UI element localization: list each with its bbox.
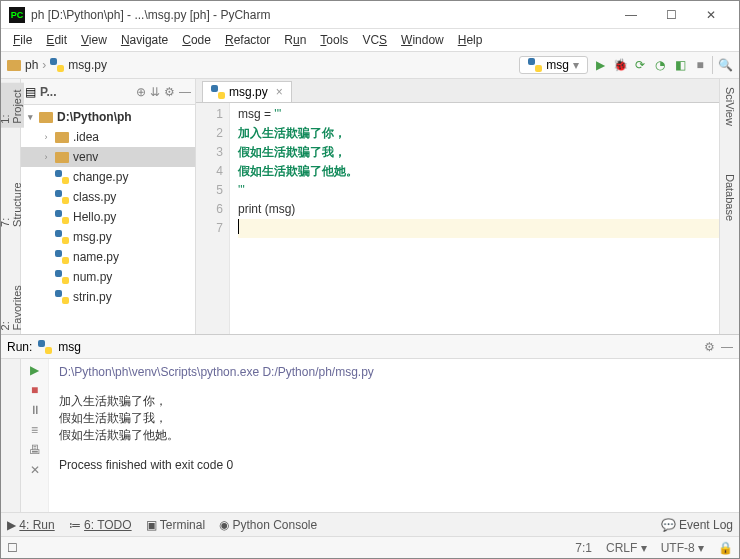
pycharm-icon: PC (9, 7, 25, 23)
up-stack-button[interactable]: ≡ (31, 423, 38, 437)
project-tree[interactable]: ▾ D:\Python\ph › .idea › venv change.py … (21, 105, 195, 334)
python-file-icon (38, 340, 52, 354)
project-panel-header: ▤ P... ⊕ ⇊ ⚙ ― (21, 79, 195, 105)
breadcrumb-root[interactable]: ph (25, 58, 38, 72)
menu-refactor[interactable]: Refactor (219, 31, 276, 49)
tool-python-console-tab[interactable]: ◉ Python Console (219, 518, 317, 532)
window-title: ph [D:\Python\ph] - ...\msg.py [ph] - Py… (31, 8, 611, 22)
menu-window[interactable]: Window (395, 31, 450, 49)
status-line-separator[interactable]: CRLF ▾ (606, 541, 647, 555)
breadcrumb-file[interactable]: msg.py (68, 58, 107, 72)
menu-file[interactable]: File (7, 31, 38, 49)
maximize-button[interactable]: ☐ (651, 1, 691, 29)
tool-project-tab[interactable]: 1: Project (0, 83, 24, 128)
navigation-bar: ph › msg.py msg ▾ ▶ 🐞 ⟳ ◔ ◧ ■ 🔍 (1, 51, 739, 79)
tree-file[interactable]: class.py (21, 187, 195, 207)
editor-tab-label: msg.py (229, 85, 268, 99)
menu-view[interactable]: View (75, 31, 113, 49)
tree-root[interactable]: ▾ D:\Python\ph (21, 107, 195, 127)
tool-database-tab[interactable]: Database (723, 170, 737, 225)
menu-tools[interactable]: Tools (314, 31, 354, 49)
code-text: ''' (274, 107, 281, 121)
tree-file[interactable]: name.py (21, 247, 195, 267)
folder-icon (55, 152, 69, 163)
hide-panel-icon[interactable]: ― (179, 85, 191, 99)
lock-icon[interactable]: 🔒 (718, 541, 733, 555)
code-editor[interactable]: 1234567 msg = ''' 加入生活欺骗了你， 假如生活欺骗了我， 假如… (196, 103, 719, 334)
chevron-right-icon: › (42, 58, 46, 72)
close-button[interactable]: ✕ (691, 1, 731, 29)
folder-icon (55, 132, 69, 143)
run-body: ▶ ■ ⏸ ≡ 🖶 ✕ D:\Python\ph\venv\Scripts\py… (1, 359, 739, 512)
chevron-down-icon[interactable]: ▾ (25, 112, 35, 122)
menu-vcs[interactable]: VCS (356, 31, 393, 49)
tree-file[interactable]: strin.py (21, 287, 195, 307)
python-file-icon (528, 58, 542, 72)
tree-root-label: D:\Python\ph (57, 110, 132, 124)
tree-file[interactable]: num.py (21, 267, 195, 287)
code-text: print (238, 202, 265, 216)
chevron-right-icon[interactable]: › (41, 152, 51, 162)
status-caret-position[interactable]: 7:1 (575, 541, 592, 555)
run-config-selector[interactable]: msg ▾ (519, 56, 588, 74)
profile-button[interactable]: ◔ (652, 57, 668, 73)
stop-button[interactable]: ■ (31, 383, 38, 397)
close-tab-icon[interactable]: × (276, 85, 283, 99)
run-button[interactable]: ▶ (592, 57, 608, 73)
output-line: 假如生活欺骗了他她。 (59, 427, 729, 444)
tree-file[interactable]: Hello.py (21, 207, 195, 227)
run-output[interactable]: D:\Python\ph\venv\Scripts\python.exe D:/… (49, 359, 739, 512)
exit-line: Process finished with exit code 0 (59, 458, 729, 472)
tree-file[interactable]: change.py (21, 167, 195, 187)
pause-button[interactable]: ⏸ (29, 403, 41, 417)
tool-terminal-tab[interactable]: ▣ Terminal (146, 518, 205, 532)
tool-favorites-tab[interactable]: 2: Favorites (0, 281, 24, 334)
tree-folder[interactable]: › .idea (21, 127, 195, 147)
editor-area: msg.py × 1234567 msg = ''' 加入生活欺骗了你， 假如生… (196, 79, 719, 334)
minimize-button[interactable]: ― (611, 1, 651, 29)
editor-tab-active[interactable]: msg.py × (202, 81, 292, 102)
code-text: ''' (238, 183, 245, 197)
concurrency-button[interactable]: ◧ (672, 57, 688, 73)
tool-run-tab[interactable]: ▶ 4: Run (7, 518, 55, 532)
debug-button[interactable]: 🐞 (612, 57, 628, 73)
menu-run[interactable]: Run (278, 31, 312, 49)
python-file-icon (55, 250, 69, 264)
print-button[interactable]: 🖶 (29, 443, 41, 457)
code-text: 加入生活欺骗了你， (238, 126, 346, 140)
menu-code[interactable]: Code (176, 31, 217, 49)
clear-button[interactable]: ✕ (30, 463, 40, 477)
output-line: 假如生活欺骗了我， (59, 410, 729, 427)
hide-panel-icon[interactable]: ― (721, 340, 733, 354)
python-file-icon (55, 170, 69, 184)
tool-structure-tab[interactable]: 7: Structure (0, 178, 24, 231)
collapse-all-icon[interactable]: ⇊ (150, 85, 160, 99)
chevron-right-icon[interactable]: › (41, 132, 51, 142)
project-combo-icon[interactable]: ▤ (25, 85, 36, 99)
run-command: D:\Python\ph\venv\Scripts\python.exe D:/… (59, 365, 729, 379)
rerun-button[interactable]: ▶ (30, 363, 39, 377)
tree-folder-selected[interactable]: › venv (21, 147, 195, 167)
tool-sciview-tab[interactable]: SciView (723, 83, 737, 130)
menu-help[interactable]: Help (452, 31, 489, 49)
python-file-icon (55, 210, 69, 224)
gear-icon[interactable]: ⚙ (704, 340, 715, 354)
tree-file[interactable]: msg.py (21, 227, 195, 247)
run-tool-window: Run: msg ⚙ ― ▶ ■ ⏸ ≡ 🖶 ✕ D:\Python\ph\ve… (1, 334, 739, 512)
coverage-button[interactable]: ⟳ (632, 57, 648, 73)
tool-todo-tab[interactable]: ≔ 6: TODO (69, 518, 132, 532)
chevron-down-icon: ▾ (573, 58, 579, 72)
search-everywhere-button[interactable]: 🔍 (717, 57, 733, 73)
stop-button[interactable]: ■ (692, 57, 708, 73)
menu-edit[interactable]: Edit (40, 31, 73, 49)
menu-navigate[interactable]: Navigate (115, 31, 174, 49)
event-log-tab[interactable]: 💬 Event Log (661, 518, 733, 532)
gear-icon[interactable]: ⚙ (164, 85, 175, 99)
tree-label: strin.py (73, 290, 112, 304)
project-panel-title[interactable]: P... (40, 85, 132, 99)
status-tool-window-button[interactable]: ☐ (7, 541, 18, 555)
code-content[interactable]: msg = ''' 加入生活欺骗了你， 假如生活欺骗了我， 假如生活欺骗了他她。… (230, 103, 719, 334)
scroll-from-source-icon[interactable]: ⊕ (136, 85, 146, 99)
status-encoding[interactable]: UTF-8 ▾ (661, 541, 704, 555)
python-file-icon (50, 58, 64, 72)
